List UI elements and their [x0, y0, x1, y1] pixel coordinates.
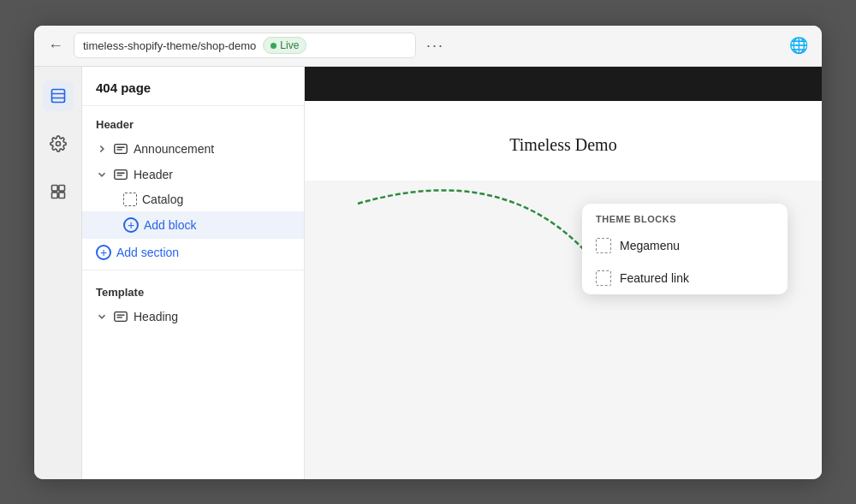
browser-menu-icon[interactable]: ···	[426, 37, 444, 55]
sidebar-item-sections[interactable]	[43, 80, 74, 111]
announcement-item[interactable]: Announcement	[82, 136, 304, 162]
svg-rect-7	[58, 192, 64, 198]
live-badge: Live	[263, 37, 306, 54]
preview-area: Timeless Demo THEME BLOCKS Megamenu Feat…	[305, 67, 822, 479]
sidebar-item-blocks[interactable]	[43, 176, 74, 207]
icon-sidebar	[34, 67, 82, 479]
theme-blocks-popup: THEME BLOCKS Megamenu Featured link	[582, 204, 788, 294]
add-section-label: Add section	[116, 246, 179, 259]
add-section-button[interactable]: + Add section	[82, 239, 304, 266]
add-block-label: Add block	[144, 218, 196, 232]
template-section-label: Template	[82, 274, 304, 304]
browser-window: ← timeless-shopify-theme/shop-demo Live …	[34, 26, 822, 479]
address-text: timeless-shopify-theme/shop-demo	[83, 39, 256, 52]
svg-rect-6	[51, 192, 57, 198]
svg-rect-0	[51, 89, 64, 102]
svg-point-3	[56, 141, 60, 145]
preview-content: Timeless Demo	[305, 101, 822, 181]
divider	[82, 270, 304, 270]
catalog-block-icon	[123, 193, 137, 206]
header-item[interactable]: Header	[82, 162, 304, 187]
catalog-label: Catalog	[142, 193, 183, 206]
add-block-button[interactable]: + Add block	[82, 211, 304, 239]
heading-label: Heading	[134, 310, 178, 323]
megamenu-label: Megamenu	[620, 239, 680, 252]
add-block-plus-icon: +	[123, 217, 139, 233]
announcement-label: Announcement	[134, 142, 214, 156]
svg-rect-14	[115, 311, 127, 321]
live-label: Live	[280, 39, 299, 51]
catalog-item[interactable]: Catalog	[82, 187, 304, 211]
preview-top-bar	[305, 67, 822, 101]
featured-link-item[interactable]: Featured link	[582, 262, 788, 294]
svg-rect-11	[115, 169, 127, 179]
megamenu-block-icon	[596, 238, 611, 253]
megamenu-item[interactable]: Megamenu	[582, 229, 788, 262]
svg-rect-8	[115, 144, 127, 153]
globe-icon[interactable]: 🌐	[789, 36, 808, 55]
svg-rect-4	[51, 185, 57, 191]
popup-section-label: THEME BLOCKS	[582, 204, 788, 229]
svg-rect-5	[58, 185, 64, 191]
live-dot	[270, 43, 276, 49]
browser-chrome: ← timeless-shopify-theme/shop-demo Live …	[34, 26, 822, 67]
featured-link-label: Featured link	[620, 271, 689, 285]
header-label: Header	[134, 168, 173, 181]
main-content: 404 page Header Announcement	[34, 67, 822, 479]
address-bar: timeless-shopify-theme/shop-demo Live	[74, 33, 416, 58]
add-section-plus-icon: +	[96, 245, 111, 260]
preview-title: Timeless Demo	[509, 135, 616, 155]
left-panel: 404 page Header Announcement	[82, 67, 305, 479]
header-section-label: Header	[82, 106, 304, 136]
sidebar-item-settings[interactable]	[43, 128, 74, 159]
heading-item[interactable]: Heading	[82, 304, 304, 329]
panel-title: 404 page	[82, 67, 304, 106]
back-icon[interactable]: ←	[48, 37, 63, 55]
featured-link-block-icon	[596, 270, 611, 286]
